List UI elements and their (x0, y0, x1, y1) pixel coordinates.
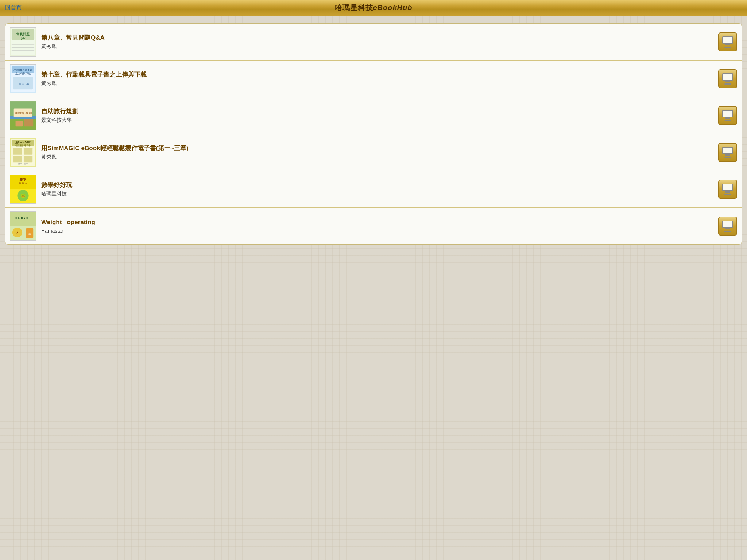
content-area: 常見問題 Q&A 第八章、常見問題Q&A 黃秀鳳 7行動載具電子書 之上傳與下載 (0, 16, 747, 560)
read-button[interactable] (718, 69, 737, 88)
book-info: 第八章、常見問題Q&A 黃秀鳳 (41, 34, 714, 50)
monitor-icon (722, 73, 733, 85)
app-title: 哈瑪星科技eBookHub (335, 3, 413, 13)
read-button[interactable] (718, 32, 737, 51)
book-info: 用SimMAGIC eBook輕輕鬆鬆製作電子書(第一~三章) 黃秀鳳 (41, 144, 714, 160)
monitor-icon (722, 147, 733, 158)
book-info: Weight_ operating Hamastar (41, 218, 714, 234)
svg-text:自助旅行規劃: 自助旅行規劃 (14, 112, 32, 115)
book-list: 常見問題 Q&A 第八章、常見問題Q&A 黃秀鳳 7行動載具電子書 之上傳與下載 (5, 23, 742, 245)
monitor-base (724, 194, 731, 195)
book-title: 數學好好玩 (41, 181, 714, 189)
monitor-screen (722, 184, 733, 191)
book-title: 第八章、常見問題Q&A (41, 34, 714, 42)
book-item[interactable]: 用SimMAGIC 輕鬆製作電子書 第一~三章 用SimMAGIC eBook輕… (5, 134, 742, 171)
book-title: 用SimMAGIC eBook輕輕鬆鬆製作電子書(第一~三章) (41, 144, 714, 152)
book-title: 第七章、行動載具電子書之上傳與下載 (41, 71, 714, 79)
svg-text:HEIGHT: HEIGHT (15, 216, 31, 221)
book-title: 自助旅行規劃 (41, 108, 714, 116)
svg-rect-28 (13, 148, 22, 155)
book-item[interactable]: HEIGHT 人 ⚖ Weight_ operating Hamastar (5, 208, 742, 244)
book-thumbnail: 數學 好好玩 🐸 (10, 175, 36, 204)
svg-rect-30 (13, 156, 22, 163)
svg-text:7行動載具電子書: 7行動載具電子書 (13, 69, 33, 71)
book-author: 景文科技大學 (41, 117, 714, 124)
svg-text:上傳 ↑↓ 下載: 上傳 ↑↓ 下載 (17, 83, 29, 85)
svg-rect-22 (24, 119, 33, 126)
svg-rect-29 (24, 148, 32, 155)
book-item[interactable]: 常見問題 Q&A 第八章、常見問題Q&A 黃秀鳳 (5, 24, 742, 61)
book-item[interactable]: 7行動載具電子書 之上傳與下載 上傳 ↑↓ 下載 第七章、行動載具電子書之上傳與… (5, 61, 742, 97)
monitor-icon (722, 184, 733, 195)
svg-text:人: 人 (16, 231, 19, 235)
svg-text:Q&A: Q&A (20, 36, 27, 40)
svg-rect-21 (16, 121, 23, 127)
read-button[interactable] (718, 143, 737, 162)
monitor-base (724, 47, 731, 48)
svg-text:🐸: 🐸 (20, 193, 26, 198)
book-author: Hamastar (41, 228, 714, 234)
book-author: 黃秀鳳 (41, 80, 714, 87)
book-thumbnail: HEIGHT 人 ⚖ (10, 211, 36, 241)
monitor-screen (722, 221, 733, 228)
svg-text:數學: 數學 (19, 178, 26, 181)
book-author: 哈瑪星科技 (41, 191, 714, 197)
book-item[interactable]: 數學 好好玩 🐸 數學好好玩 哈瑪星科技 (5, 171, 742, 208)
svg-text:之上傳與下載: 之上傳與下載 (15, 72, 31, 75)
svg-rect-31 (24, 156, 32, 163)
app-header: 回首頁 哈瑪星科技eBookHub (0, 0, 747, 16)
book-thumbnail: 7行動載具電子書 之上傳與下載 上傳 ↑↓ 下載 (10, 64, 36, 93)
back-button[interactable]: 回首頁 (5, 4, 22, 11)
read-button[interactable] (718, 106, 737, 125)
monitor-screen (722, 110, 733, 117)
svg-text:用SimMAGIC: 用SimMAGIC (15, 141, 31, 144)
read-button[interactable] (718, 180, 737, 199)
monitor-screen (722, 73, 733, 81)
svg-text:常見問題: 常見問題 (16, 33, 30, 36)
monitor-base (724, 157, 731, 158)
monitor-screen (722, 36, 733, 44)
book-info: 自助旅行規劃 景文科技大學 (41, 108, 714, 124)
svg-text:好好玩: 好好玩 (19, 182, 27, 185)
book-thumbnail: 用SimMAGIC 輕鬆製作電子書 第一~三章 (10, 138, 36, 167)
book-title: Weight_ operating (41, 218, 714, 226)
book-info: 第七章、行動載具電子書之上傳與下載 黃秀鳳 (41, 71, 714, 87)
read-button[interactable] (718, 217, 737, 236)
book-author: 黃秀鳳 (41, 154, 714, 160)
monitor-screen (722, 147, 733, 154)
book-thumbnail: 自助旅行規劃 (10, 101, 36, 130)
book-thumbnail: 常見問題 Q&A (10, 27, 36, 57)
monitor-base (724, 231, 731, 232)
svg-text:⚖: ⚖ (28, 233, 31, 235)
book-author: 黃秀鳳 (41, 43, 714, 50)
book-item[interactable]: 自助旅行規劃 自助旅行規劃 景文科技大學 (5, 97, 742, 134)
monitor-base (724, 120, 731, 121)
svg-text:第一~三章: 第一~三章 (18, 162, 28, 165)
monitor-base (724, 83, 731, 85)
svg-text:輕鬆製作電子書: 輕鬆製作電子書 (15, 144, 31, 147)
book-info: 數學好好玩 哈瑪星科技 (41, 181, 714, 197)
monitor-icon (722, 110, 733, 121)
monitor-icon (722, 36, 733, 48)
monitor-icon (722, 221, 733, 232)
